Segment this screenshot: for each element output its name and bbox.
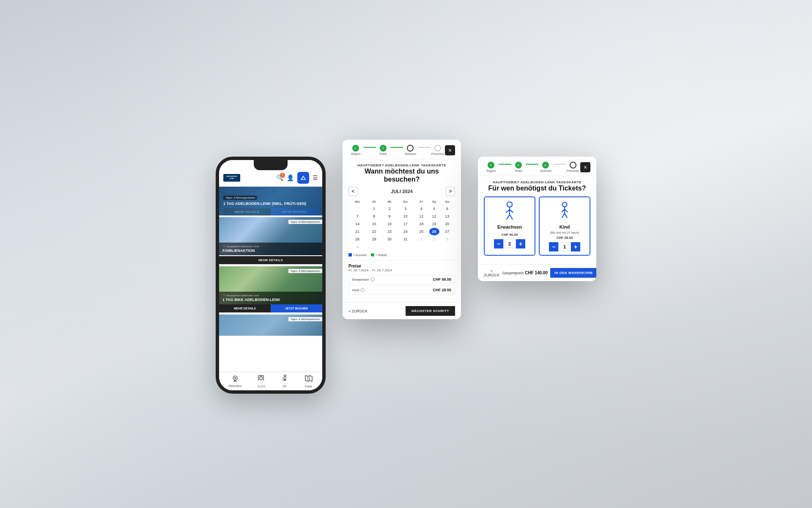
cal-day-24[interactable]: 24	[397, 228, 414, 235]
step-region-circle: ✓	[352, 145, 359, 152]
cal-day-6[interactable]: 6	[439, 205, 455, 213]
legend-rabatt: = Rabatt	[371, 253, 387, 257]
person-card-kind: Kind (Bis und mit 15 Jahre) CHF 28.00 − …	[539, 196, 590, 256]
cal-day-16[interactable]: 16	[382, 220, 398, 228]
card1: Tages- & Mehrtageskarten 📍 Hauptgebiet A…	[219, 217, 322, 265]
search-icon[interactable]: 🔍	[276, 174, 283, 181]
person-cards: Erwachsen CHF 56.00 − 2 +	[484, 196, 590, 256]
cal-day-11[interactable]: 11	[414, 213, 429, 220]
cal-day-14[interactable]: 14	[348, 220, 366, 228]
cal-day-21[interactable]: 21	[348, 228, 366, 235]
cal-day-23[interactable]: 23	[382, 228, 398, 235]
cal-week-2: 7 8 9 10 11 12 13	[348, 213, 455, 220]
temp-icon	[281, 375, 289, 384]
persons-step-line-3	[553, 164, 566, 165]
svg-point-1	[234, 377, 236, 379]
cal-day-31[interactable]: 31	[397, 235, 414, 243]
cal-day-10[interactable]: 10	[397, 213, 414, 220]
cal-next-button[interactable]: >	[446, 187, 455, 196]
cal-day-9[interactable]: 9	[382, 213, 398, 220]
price-info-kind: ⓘ	[360, 288, 365, 292]
adult-plus-button[interactable]: +	[516, 239, 525, 248]
cal-day-8[interactable]: 8	[366, 213, 382, 220]
card2-detail-button[interactable]: MEHR DETAILS	[219, 304, 271, 312]
persons-close-button[interactable]: ×	[580, 162, 590, 172]
cal-day-aug4[interactable]: 4	[348, 243, 366, 251]
cal-empty-6	[439, 243, 455, 251]
cal-day-30[interactable]: 30	[382, 235, 398, 243]
child-minus-button[interactable]: −	[549, 242, 558, 251]
adult-minus-button[interactable]: −	[494, 239, 503, 248]
price-label-kind: Kind ⓘ	[352, 288, 365, 292]
webcam-icon	[231, 375, 239, 384]
total-amount: CHF 140.00	[525, 271, 548, 275]
user-icon[interactable]: 👤	[287, 174, 294, 181]
cal-day-17[interactable]: 17	[397, 220, 414, 228]
persons-step-region-label: Region	[486, 169, 496, 172]
phone-content: Tages- & Mehrtageskarten 1 TAG ADELBODEN…	[219, 187, 322, 372]
bottom-nav-webcams[interactable]: Webcams	[228, 375, 241, 387]
persons-step-region-circle: ✓	[488, 162, 494, 168]
persons-step-line-2	[526, 164, 538, 165]
svg-marker-15	[305, 375, 312, 381]
webcams-label: Webcams	[228, 384, 241, 387]
cal-day-27[interactable]: 27	[439, 228, 455, 235]
bottom-nav-lifts[interactable]: 11/13	[257, 375, 265, 388]
cal-day-28[interactable]: 28	[348, 235, 366, 243]
cal-week-5: 28 29 30 31 1 2 3	[348, 235, 455, 243]
cal-day-22[interactable]: 22	[366, 228, 382, 235]
cal-legend: = Auswahl = Rabatt	[348, 253, 455, 257]
cal-day-2[interactable]: 2	[382, 205, 398, 213]
cal-day-19[interactable]: 19	[429, 220, 439, 228]
step-line-3	[418, 147, 431, 148]
cal-day-5[interactable]: 5	[429, 205, 439, 213]
modal-persons-body: HAUPTGEBIET ADELBODEN-LENK TAGESKARTE Fü…	[478, 176, 596, 264]
card1-detail-button[interactable]: MEHR DETAILS	[219, 256, 322, 264]
cal-header-mi: Mi	[382, 199, 398, 205]
cal-day-26-selected[interactable]: 26	[429, 228, 439, 235]
cal-day-3[interactable]: 3	[397, 205, 414, 213]
cal-header-fr: Fr	[414, 199, 429, 205]
price-row-kind: Kind ⓘ CHF 28.00	[348, 285, 455, 295]
cal-empty-2	[382, 243, 398, 251]
cal-day-13[interactable]: 13	[439, 213, 455, 220]
map-icon	[304, 375, 313, 384]
child-plus-button[interactable]: +	[571, 242, 580, 251]
step-line-2	[390, 147, 403, 148]
prices-date: Fr. 26.7.2024 – Fr. 26.7.2024	[348, 268, 455, 272]
cal-day-1[interactable]: 1	[366, 205, 382, 213]
temp-label: 25°	[283, 385, 287, 388]
cal-day-15[interactable]: 15	[366, 220, 382, 228]
bottom-nav-temp[interactable]: 25°	[281, 375, 289, 388]
cal-day-29[interactable]: 29	[366, 235, 382, 243]
svg-rect-14	[285, 379, 285, 381]
cal-prev-button[interactable]: <	[348, 187, 358, 196]
calendar-back-button[interactable]: < ZURÜCK	[348, 309, 368, 313]
cal-day-18[interactable]: 18	[414, 220, 429, 228]
persons-subtitle: HAUPTGEBIET ADELBODEN-LENK TAGESKARTE	[484, 180, 590, 184]
step-personen-label: Personen	[431, 152, 444, 155]
nav-icons: 🔍 👤 ☰	[276, 172, 318, 184]
cal-day-7[interactable]: 7	[348, 213, 366, 220]
card2-book-button[interactable]: JETZT BUCHEN	[271, 304, 322, 312]
calendar-title: Wann möchtest du uns besuchen?	[348, 167, 455, 183]
menu-icon[interactable]: ☰	[313, 174, 318, 181]
svg-rect-3	[233, 381, 237, 382]
cal-day-20[interactable]: 20	[439, 220, 455, 228]
hero-title: 1 TAG ADELBODEN-LENK (INKL. FRÜTI-GEN)	[223, 202, 318, 206]
child-price: CHF 28.00	[557, 236, 573, 240]
calendar-close-button[interactable]: ×	[445, 145, 455, 155]
cal-day-4[interactable]: 4	[414, 205, 429, 213]
cal-week-3: 14 15 16 17 18 19 20	[348, 220, 455, 228]
cal-day-12[interactable]: 12	[429, 213, 439, 220]
cal-day-25[interactable]: 25	[414, 228, 429, 235]
add-to-cart-button[interactable]: IN DEN WARENKORB	[550, 268, 596, 278]
cal-day-aug3[interactable]: 3	[439, 235, 455, 243]
mountain-icon[interactable]	[297, 172, 309, 184]
cal-day-aug2[interactable]: 2	[429, 235, 439, 243]
calendar-next-button[interactable]: NÄCHSTER SCHRITT	[406, 306, 455, 316]
persons-back-button[interactable]: < ZURÜCK	[484, 269, 500, 277]
cal-day-aug1[interactable]: 1	[414, 235, 429, 243]
svg-point-18	[507, 202, 512, 207]
bottom-nav-map[interactable]: Karte	[304, 375, 313, 388]
